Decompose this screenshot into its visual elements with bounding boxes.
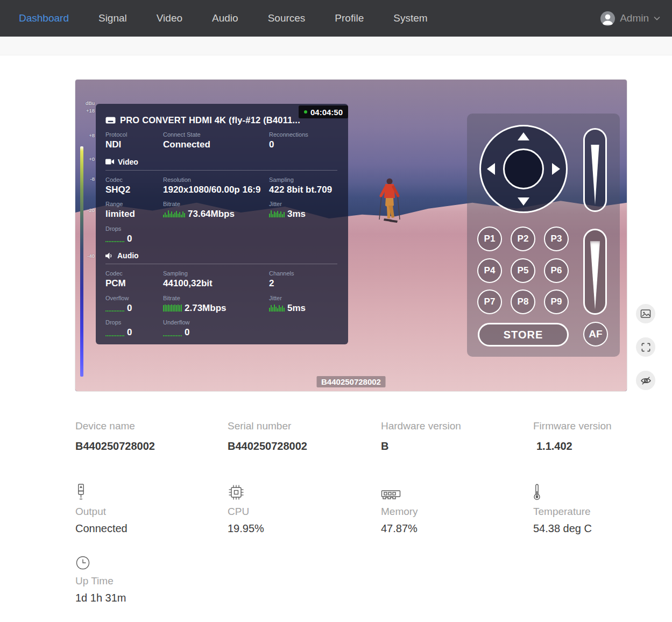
user-menu[interactable]: Admin bbox=[600, 11, 660, 26]
autofocus-button[interactable]: AF bbox=[583, 322, 608, 347]
nav-dashboard[interactable]: Dashboard bbox=[19, 12, 69, 24]
audio-bitrate-label: Bitrate bbox=[163, 295, 269, 301]
serial-number-cell: Serial number B440250728002 bbox=[228, 420, 381, 453]
zoom-slider[interactable] bbox=[583, 128, 607, 212]
preset-p7-button[interactable]: P7 bbox=[477, 289, 502, 314]
vu-tick-dbu: dBu bbox=[76, 100, 95, 106]
audio-jitter-value: 5ms bbox=[269, 303, 337, 314]
memory-label: Memory bbox=[381, 506, 533, 518]
vu-tick-m40: -40 bbox=[76, 253, 95, 259]
vu-tick-0: +0 bbox=[76, 156, 95, 162]
stream-info-panel: 04:04:50 PRO CONVERT HDMI 4K (fly-#12 (B… bbox=[96, 104, 348, 344]
ptz-control-panel: P1 P2 P3 P4 P5 P6 P7 P8 P9 STORE AF bbox=[467, 114, 620, 357]
preset-p1-button[interactable]: P1 bbox=[477, 227, 502, 251]
video-drops-label: Drops bbox=[105, 225, 269, 232]
device-name-label: Device name bbox=[75, 420, 228, 432]
underflow-value: 0 bbox=[163, 327, 269, 338]
video-jitter-label: Jitter bbox=[269, 201, 337, 207]
ptz-left-button[interactable] bbox=[487, 163, 495, 175]
output-icon bbox=[75, 480, 228, 501]
ptz-right-button[interactable] bbox=[552, 163, 560, 175]
output-label: Output bbox=[75, 506, 228, 518]
preset-p8-button[interactable]: P8 bbox=[511, 289, 535, 314]
vu-tick-18: +18 bbox=[76, 108, 95, 114]
timecode-badge: 04:04:50 bbox=[299, 105, 348, 118]
nav-audio[interactable]: Audio bbox=[212, 12, 238, 24]
protocol-value: NDI bbox=[105, 139, 163, 150]
fullscreen-button[interactable] bbox=[636, 337, 655, 357]
hide-overlay-button[interactable] bbox=[636, 371, 655, 390]
serial-number-label: Serial number bbox=[228, 420, 381, 432]
focus-slider[interactable] bbox=[583, 229, 607, 315]
preset-p6-button[interactable]: P6 bbox=[544, 258, 569, 283]
image-icon bbox=[640, 308, 651, 319]
temperature-value: 54.38 deg C bbox=[533, 522, 672, 535]
video-camera-icon bbox=[105, 159, 114, 165]
range-label: Range bbox=[105, 201, 163, 207]
hardware-version-label: Hardware version bbox=[381, 420, 533, 432]
eye-off-icon bbox=[640, 375, 652, 386]
resolution-value: 1920x1080/60.00p 16:9 bbox=[163, 185, 269, 195]
preset-p3-button[interactable]: P3 bbox=[544, 227, 569, 251]
nav-sources[interactable]: Sources bbox=[268, 12, 306, 24]
resolution-label: Resolution bbox=[163, 176, 269, 183]
video-jitter-value: 3ms bbox=[269, 209, 337, 220]
memory-icon bbox=[381, 480, 533, 501]
device-name-cell: Device name B440250728002 bbox=[75, 420, 228, 453]
device-name-value: B440250728002 bbox=[75, 440, 228, 453]
nav-system[interactable]: System bbox=[393, 12, 427, 24]
reconnections-label: Reconnections bbox=[269, 131, 337, 138]
nav-profile[interactable]: Profile bbox=[335, 12, 364, 24]
connection-fields: Protocol NDI Connect State Connected Rec… bbox=[105, 131, 337, 150]
video-fields-row2: Range limited Bitrate 73.64Mbps Jitter 3… bbox=[105, 201, 337, 220]
overflow-label: Overflow bbox=[105, 295, 163, 301]
audio-speaker-icon bbox=[105, 252, 114, 259]
image-overlay-button[interactable] bbox=[636, 304, 655, 323]
video-codec-label: Codec bbox=[105, 176, 163, 183]
hardware-version-cell: Hardware version B bbox=[381, 420, 533, 453]
nav-signal[interactable]: Signal bbox=[98, 12, 127, 24]
vu-tick-m8: -8 bbox=[76, 176, 95, 182]
reconnections-value: 0 bbox=[269, 139, 337, 150]
audio-drops-value: 0 bbox=[105, 327, 163, 338]
audio-jitter-sparkline bbox=[269, 305, 285, 312]
vu-tick-m20: -20 bbox=[76, 207, 95, 213]
store-button[interactable]: STORE bbox=[478, 323, 569, 347]
ptz-home-button[interactable] bbox=[503, 149, 544, 189]
preset-p4-button[interactable]: P4 bbox=[477, 258, 502, 283]
memory-value: 47.87% bbox=[381, 522, 533, 535]
audio-section-header: Audio bbox=[105, 251, 337, 264]
nav-video[interactable]: Video bbox=[157, 12, 182, 24]
audio-jitter-label: Jitter bbox=[269, 295, 337, 301]
subnav-strip bbox=[0, 37, 672, 55]
ptz-down-button[interactable] bbox=[518, 197, 529, 206]
ptz-up-button[interactable] bbox=[518, 132, 529, 140]
audio-codec-label: Codec bbox=[105, 270, 163, 277]
output-value: Connected bbox=[75, 522, 228, 535]
uptime-icon bbox=[75, 550, 126, 570]
preset-p2-button[interactable]: P2 bbox=[511, 227, 535, 251]
overflow-value: 0 bbox=[105, 303, 163, 314]
video-drops-value: 0 bbox=[105, 234, 269, 244]
connect-state-value: Connected bbox=[163, 139, 269, 150]
preset-p9-button[interactable]: P9 bbox=[544, 289, 569, 314]
output-stat: Output Connected bbox=[75, 480, 228, 535]
channels-label: Channels bbox=[269, 270, 337, 277]
preset-p5-button[interactable]: P5 bbox=[511, 258, 535, 283]
video-codec-value: SHQ2 bbox=[105, 185, 163, 195]
converter-device-icon bbox=[105, 117, 116, 124]
video-fields-row3: Drops 0 bbox=[105, 225, 337, 244]
video-jitter-sparkline bbox=[269, 210, 285, 217]
timecode: 04:04:50 bbox=[310, 108, 343, 117]
firmware-version-value: 1.1.402 bbox=[533, 440, 672, 453]
video-section-header: Video bbox=[105, 158, 337, 171]
vu-tick-8: +8 bbox=[76, 132, 95, 138]
overflow-sparkline bbox=[105, 305, 124, 312]
video-bitrate-value: 73.64Mbps bbox=[163, 209, 269, 220]
video-bitrate-label: Bitrate bbox=[163, 201, 269, 207]
device-info-section: Device name B440250728002 Serial number … bbox=[75, 420, 672, 453]
video-sampling-value: 422 8bit bt.709 bbox=[269, 185, 337, 195]
status-section: Output Connected CPU 19.95% bbox=[75, 480, 672, 535]
audio-fields-row1: Codec PCM Sampling 44100,32bit Channels … bbox=[105, 270, 337, 289]
audio-drops-sparkline bbox=[105, 329, 124, 336]
